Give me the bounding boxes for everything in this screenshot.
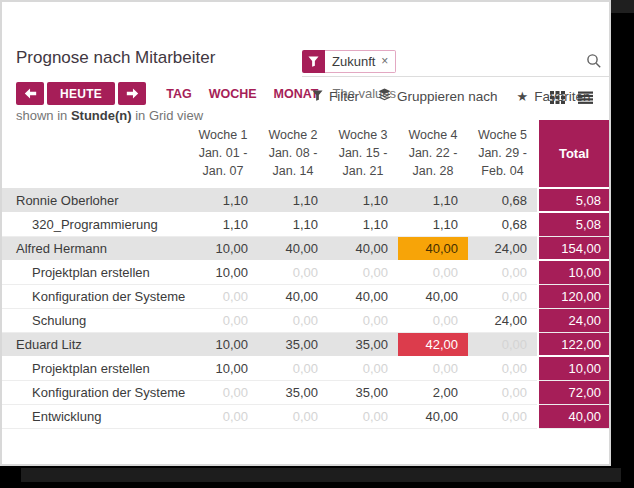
employee-name: Ronnie Oberloher <box>2 188 188 212</box>
grid-cell[interactable]: 40,00 <box>328 236 398 260</box>
magnifier-icon[interactable] <box>586 53 602 73</box>
grid-cell[interactable]: 40,00 <box>398 284 468 308</box>
task-name: Entwicklung <box>2 404 188 428</box>
row-total-cell: 72,00 <box>538 380 609 404</box>
task-row: 320_Programmierung1,101,101,101,100,685,… <box>2 212 609 236</box>
grid-cell[interactable]: 35,00 <box>328 332 398 356</box>
search-facet-label: Zukunft <box>332 54 375 69</box>
grid-cell[interactable]: 40,00 <box>258 284 328 308</box>
filter-button[interactable]: Filter <box>312 89 359 104</box>
grid-cell[interactable]: 24,00 <box>468 308 538 332</box>
grid-cell[interactable]: 0,00 <box>468 284 538 308</box>
row-total-cell: 24,00 <box>538 308 609 332</box>
employee-group-row: Ronnie Oberloher1,101,101,101,100,685,08 <box>2 188 609 212</box>
grid-cell[interactable]: 0,00 <box>188 308 258 332</box>
employee-name: Alfred Hermann <box>2 236 188 260</box>
grid-cell[interactable]: 35,00 <box>258 332 328 356</box>
grid-cell[interactable]: 0,00 <box>468 260 538 284</box>
frame-shadow-bottom <box>21 468 621 482</box>
groupby-button[interactable]: Gruppieren nach <box>378 88 498 104</box>
filter-funnel-icon <box>302 50 325 73</box>
grid-cell[interactable]: 35,00 <box>258 380 328 404</box>
grid-cell[interactable]: 0,00 <box>258 308 328 332</box>
total-column-header: Total <box>538 120 609 188</box>
today-button[interactable]: HEUTE <box>47 82 115 105</box>
grid-cell[interactable]: 0,00 <box>188 284 258 308</box>
grid-cell[interactable]: 1,10 <box>328 188 398 212</box>
grid-cell[interactable]: 0,00 <box>258 260 328 284</box>
task-name: Projektplan erstellen <box>2 260 188 284</box>
grid-cell[interactable]: 0,00 <box>328 308 398 332</box>
grid-header-row: Woche 1Jan. 01 -Jan. 07 Woche 2Jan. 08 -… <box>2 120 609 188</box>
grid-cell[interactable]: 0,00 <box>398 308 468 332</box>
search-facet: Zukunft × <box>302 50 396 73</box>
grid-cell[interactable]: 10,00 <box>188 236 258 260</box>
grid-cell[interactable]: 0,00 <box>188 404 258 428</box>
grid-cell[interactable]: 1,10 <box>188 212 258 236</box>
grid-cell[interactable]: 10,00 <box>188 356 258 380</box>
screenshot-frame: Prognose nach Mitarbeiter Zukunft × HEUT… <box>0 0 634 488</box>
list-view-icon[interactable] <box>578 90 593 108</box>
grid-cell[interactable]: 40,00 <box>328 284 398 308</box>
grid-cell[interactable]: 2,00 <box>398 380 468 404</box>
grid-cell[interactable]: 1,10 <box>258 212 328 236</box>
grid-cell[interactable]: 0,00 <box>468 380 538 404</box>
grid-cell[interactable]: 0,68 <box>468 188 538 212</box>
row-total-cell: 120,00 <box>538 284 609 308</box>
task-name: Projektplan erstellen <box>2 356 188 380</box>
grid-cell[interactable]: 1,10 <box>398 188 468 212</box>
grid-cell[interactable]: 1,10 <box>328 212 398 236</box>
grid-cell[interactable]: 0,00 <box>468 332 538 356</box>
grid-cell[interactable]: 0,00 <box>398 356 468 380</box>
column-header: Woche 5Jan. 29 -Feb. 04 <box>468 120 538 188</box>
grid-cell[interactable]: 1,10 <box>188 188 258 212</box>
task-name: 320_Programmierung <box>2 212 188 236</box>
task-name: Schulung <box>2 308 188 332</box>
column-header: Woche 2Jan. 08 -Jan. 14 <box>258 120 328 188</box>
task-row: Entwicklung0,000,000,0040,000,0040,00 <box>2 404 609 428</box>
grid-cell[interactable]: 0,00 <box>398 260 468 284</box>
employee-group-row: Eduard Litz10,0035,0035,0042,000,00122,0… <box>2 332 609 356</box>
grid-cell[interactable]: 1,10 <box>258 188 328 212</box>
grid-view-icon[interactable] <box>550 90 565 108</box>
grid-cell[interactable]: 0,68 <box>468 212 538 236</box>
task-row: Projektplan erstellen10,000,000,000,000,… <box>2 260 609 284</box>
grid-cell[interactable]: 0,00 <box>258 404 328 428</box>
column-header: Woche 3Jan. 15 -Jan. 21 <box>328 120 398 188</box>
column-header: Woche 4Jan. 22 -Jan. 28 <box>398 120 468 188</box>
grid-cell[interactable]: 0,00 <box>188 380 258 404</box>
task-row: Schulung0,000,000,000,0024,0024,00 <box>2 308 609 332</box>
grid-cell[interactable]: 40,00 <box>398 236 468 260</box>
grid-cell[interactable]: 0,00 <box>328 260 398 284</box>
grid-cell[interactable]: 10,00 <box>188 260 258 284</box>
task-row: Projektplan erstellen10,000,000,000,000,… <box>2 356 609 380</box>
next-arrow-button[interactable] <box>118 82 146 105</box>
grid-cell[interactable]: 0,00 <box>468 356 538 380</box>
grid-cell[interactable]: 40,00 <box>398 404 468 428</box>
grid-cell[interactable]: 1,10 <box>398 212 468 236</box>
grid-cell[interactable]: 35,00 <box>328 380 398 404</box>
range-woche-button[interactable]: WOCHE <box>209 87 257 101</box>
employee-name: Eduard Litz <box>2 332 188 356</box>
view-switcher <box>550 90 593 108</box>
grid-cell[interactable]: 0,00 <box>328 404 398 428</box>
star-icon: ★ <box>517 89 529 104</box>
forecast-grid: Woche 1Jan. 01 -Jan. 07 Woche 2Jan. 08 -… <box>2 120 609 429</box>
grid-cell[interactable]: 42,00 <box>398 332 468 356</box>
employee-group-row: Alfred Hermann10,0040,0040,0040,0024,001… <box>2 236 609 260</box>
grid-cell[interactable]: 0,00 <box>258 356 328 380</box>
grid-cell[interactable]: 24,00 <box>468 236 538 260</box>
task-row: Konfiguration der Systeme0,0035,0035,002… <box>2 380 609 404</box>
row-total-cell: 10,00 <box>538 260 609 284</box>
grid-cell[interactable]: 0,00 <box>468 404 538 428</box>
frame-shadow-top-right <box>611 0 634 13</box>
search-bar[interactable]: Zukunft × <box>302 46 610 77</box>
row-total-cell: 122,00 <box>538 332 609 356</box>
prev-arrow-button[interactable] <box>16 82 44 105</box>
range-tag-button[interactable]: TAG <box>166 87 191 101</box>
grid-cell[interactable]: 0,00 <box>328 356 398 380</box>
grid-cell[interactable]: 40,00 <box>258 236 328 260</box>
grid-cell[interactable]: 10,00 <box>188 332 258 356</box>
row-total-cell: 40,00 <box>538 404 609 428</box>
facet-remove-icon[interactable]: × <box>381 54 388 68</box>
